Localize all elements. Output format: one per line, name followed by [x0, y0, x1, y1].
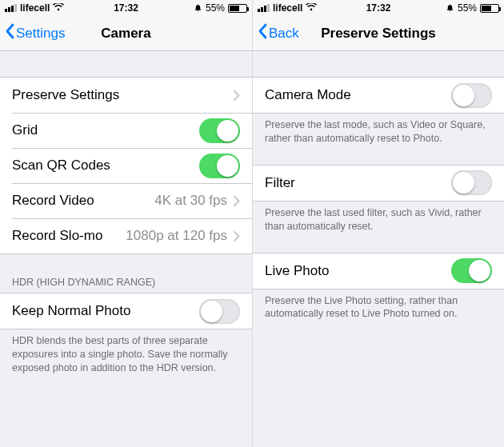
screenshot-preserve-settings: lifecell 17:32 55% Back Preser: [252, 0, 504, 447]
row-scan-qr: Scan QR Codes: [0, 148, 252, 183]
settings-section-hdr: Keep Normal Photo: [0, 293, 252, 329]
cellular-signal-icon: [5, 4, 17, 12]
row-label: Scan QR Codes: [12, 158, 199, 174]
nav-bar: Back Preserve Settings: [253, 16, 504, 51]
back-label: Settings: [16, 26, 65, 42]
battery-percent: 55%: [206, 2, 225, 14]
row-value: 1080p at 120 fps: [126, 228, 227, 244]
row-label: Preserve Settings: [12, 87, 234, 103]
disclosure-icon: [234, 193, 240, 209]
battery-icon: [480, 4, 499, 13]
row-record-slomo[interactable]: Record Slo-mo 1080p at 120 fps: [0, 218, 252, 253]
filter-toggle[interactable]: [451, 170, 492, 195]
section-filter: Filter: [253, 165, 504, 202]
alarm-icon: [194, 3, 202, 14]
row-live-photo: Live Photo: [253, 253, 504, 289]
row-label: Live Photo: [265, 263, 451, 279]
disclosure-icon: [234, 87, 240, 103]
row-label: Record Video: [12, 193, 154, 209]
camera-mode-toggle[interactable]: [451, 83, 492, 108]
section-footer-hdr: HDR blends the best parts of three separ…: [0, 329, 252, 380]
chevron-left-icon: [5, 23, 14, 43]
section-camera-mode: Camera Mode: [253, 77, 504, 114]
keep-normal-toggle[interactable]: [199, 299, 240, 324]
settings-section: Preserve Settings Grid Scan QR Codes Rec…: [0, 77, 252, 254]
section-header-hdr: HDR (High Dynamic Range): [0, 272, 252, 293]
back-button[interactable]: Settings: [5, 23, 65, 43]
row-value: 4K at 30 fps: [154, 193, 227, 209]
cellular-signal-icon: [258, 4, 270, 12]
row-label: Grid: [12, 122, 199, 138]
section-footer-filter: Preserve the last used filter, such as V…: [253, 202, 504, 238]
row-label: Keep Normal Photo: [12, 303, 199, 319]
chevron-left-icon: [258, 23, 267, 43]
row-label: Filter: [265, 175, 451, 191]
status-bar: lifecell 17:32 55%: [0, 0, 252, 16]
row-preserve-settings[interactable]: Preserve Settings: [0, 78, 252, 113]
disclosure-icon: [234, 228, 240, 244]
wifi-icon: [306, 2, 317, 14]
wifi-icon: [53, 2, 64, 14]
row-keep-normal-photo: Keep Normal Photo: [0, 293, 252, 329]
section-footer-live-photo: Preserve the Live Photo setting, rather …: [253, 289, 504, 326]
back-label: Back: [269, 26, 299, 42]
screenshot-camera-settings: lifecell 17:32 55% Settings: [0, 0, 252, 447]
nav-title: Camera: [101, 26, 150, 42]
live-photo-toggle[interactable]: [451, 258, 492, 283]
carrier-label: lifecell: [273, 2, 302, 14]
battery-percent: 55%: [458, 2, 477, 14]
row-grid: Grid: [0, 113, 252, 148]
carrier-label: lifecell: [20, 2, 50, 14]
back-button[interactable]: Back: [258, 23, 299, 43]
section-footer-camera-mode: Preserve the last mode, such as Video or…: [253, 114, 504, 150]
alarm-icon: [446, 3, 454, 14]
row-filter: Filter: [253, 166, 504, 201]
qr-toggle[interactable]: [199, 154, 240, 178]
status-bar: lifecell 17:32 55%: [253, 0, 504, 16]
battery-icon: [228, 4, 247, 13]
row-label: Camera Mode: [265, 87, 451, 103]
nav-title: Preserve Settings: [321, 26, 436, 42]
row-label: Record Slo-mo: [12, 228, 126, 244]
nav-bar: Settings Camera: [0, 16, 252, 51]
row-camera-mode: Camera Mode: [253, 78, 504, 113]
section-live-photo: Live Photo: [253, 253, 504, 289]
grid-toggle[interactable]: [199, 118, 240, 143]
row-record-video[interactable]: Record Video 4K at 30 fps: [0, 183, 252, 218]
